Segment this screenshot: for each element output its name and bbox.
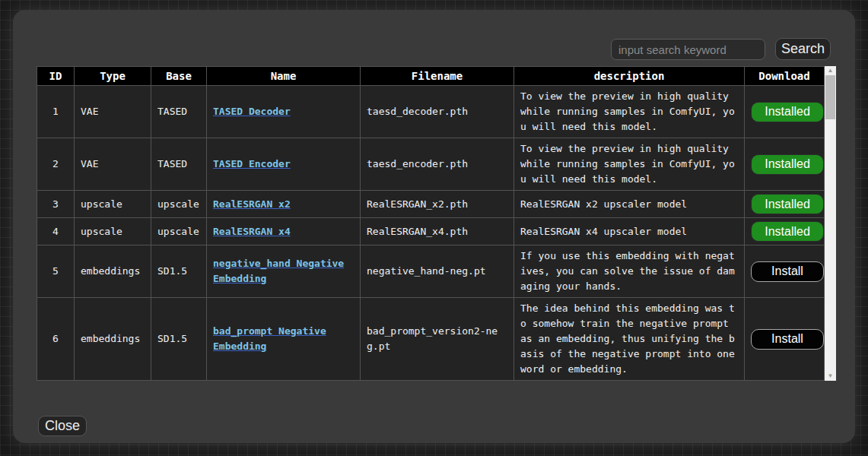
cell-base: upscale bbox=[151, 191, 207, 218]
scrollbar-thumb[interactable] bbox=[825, 75, 835, 119]
cell-download: Install bbox=[745, 245, 825, 298]
table-row: 5 embeddings SD1.5 negative_hand Negativ… bbox=[37, 245, 825, 298]
cell-download: Installed bbox=[745, 191, 825, 218]
cell-type: VAE bbox=[75, 86, 151, 138]
cell-filename: taesd_encoder.pth bbox=[361, 138, 514, 191]
cell-id: 3 bbox=[37, 191, 75, 218]
column-header-type: Type bbox=[75, 67, 151, 86]
cell-name: RealESRGAN x2 bbox=[207, 191, 361, 218]
cell-id: 6 bbox=[37, 298, 75, 381]
cell-download: Install bbox=[745, 298, 825, 381]
column-header-filename: Filename bbox=[361, 67, 514, 86]
cell-id: 5 bbox=[37, 245, 75, 298]
cell-download: Installed bbox=[745, 218, 825, 245]
table-header-row: ID Type Base Name Filename description D… bbox=[37, 67, 825, 86]
scroll-down-icon[interactable]: ▼ bbox=[825, 372, 836, 381]
table-row: 4 upscale upscale RealESRGAN x4 RealESRG… bbox=[37, 218, 825, 245]
table-row: 2 VAE TASED TASED Encoder taesd_encoder.… bbox=[37, 138, 825, 191]
cell-id: 2 bbox=[37, 138, 75, 191]
cell-name: TASED Encoder bbox=[207, 138, 361, 191]
cell-description: The idea behind this embedding was to so… bbox=[514, 298, 745, 381]
model-name-link[interactable]: RealESRGAN x2 bbox=[213, 198, 291, 210]
table-scrollbar[interactable]: ▲ ▼ bbox=[825, 66, 836, 381]
cell-type: VAE bbox=[75, 138, 151, 191]
cell-description: To view the preview in high quality whil… bbox=[514, 86, 745, 138]
cell-id: 1 bbox=[37, 86, 75, 138]
cell-id: 4 bbox=[37, 218, 75, 245]
column-header-base: Base bbox=[151, 67, 207, 86]
cell-base: SD1.5 bbox=[151, 245, 207, 298]
column-header-description: description bbox=[514, 67, 745, 86]
column-header-id: ID bbox=[37, 67, 75, 86]
cell-base: TASED bbox=[151, 138, 207, 191]
cell-filename: RealESRGAN_x2.pth bbox=[361, 191, 514, 218]
cell-name: bad_prompt Negative Embedding bbox=[207, 298, 361, 381]
column-header-download: Download bbox=[745, 67, 825, 86]
cell-filename: negative_hand-neg.pt bbox=[361, 245, 514, 298]
model-name-link[interactable]: TASED Encoder bbox=[213, 158, 291, 169]
cell-type: embeddings bbox=[75, 298, 151, 381]
cell-base: upscale bbox=[151, 218, 207, 245]
cell-filename: RealESRGAN_x4.pth bbox=[361, 218, 514, 245]
cell-description: To view the preview in high quality whil… bbox=[514, 138, 745, 191]
search-input[interactable] bbox=[611, 39, 765, 60]
models-table-container: ID Type Base Name Filename description D… bbox=[37, 66, 836, 381]
close-button[interactable]: Close bbox=[38, 416, 87, 436]
column-header-name: Name bbox=[207, 67, 361, 86]
table-row: 6 embeddings SD1.5 bad_prompt Negative E… bbox=[37, 298, 825, 381]
cell-name: negative_hand Negative Embedding bbox=[207, 245, 361, 298]
cell-base: TASED bbox=[151, 86, 207, 138]
install-button[interactable]: Install bbox=[751, 329, 824, 350]
scroll-up-icon[interactable]: ▲ bbox=[825, 66, 836, 75]
cell-download: Installed bbox=[745, 138, 825, 191]
cell-type: upscale bbox=[75, 218, 151, 245]
cell-name: RealESRGAN x4 bbox=[207, 218, 361, 245]
cell-type: upscale bbox=[75, 191, 151, 218]
cell-base: SD1.5 bbox=[151, 298, 207, 381]
cell-type: embeddings bbox=[75, 245, 151, 298]
table-row: 3 upscale upscale RealESRGAN x2 RealESRG… bbox=[37, 191, 825, 218]
table-row: 1 VAE TASED TASED Decoder taesd_decoder.… bbox=[37, 86, 825, 138]
cell-download: Installed bbox=[745, 86, 825, 138]
cell-description: RealESRGAN x2 upscaler model bbox=[514, 191, 745, 218]
cell-description: If you use this embedding with negatives… bbox=[514, 245, 745, 298]
cell-filename: bad_prompt_version2-neg.pt bbox=[361, 298, 514, 381]
model-name-link[interactable]: bad_prompt Negative Embedding bbox=[213, 325, 326, 352]
model-name-link[interactable]: TASED Decoder bbox=[213, 106, 291, 117]
model-name-link[interactable]: negative_hand Negative Embedding bbox=[213, 258, 344, 284]
search-button[interactable]: Search bbox=[775, 38, 831, 60]
cell-filename: taesd_decoder.pth bbox=[361, 86, 514, 138]
cell-name: TASED Decoder bbox=[207, 86, 361, 138]
model-name-link[interactable]: RealESRGAN x4 bbox=[213, 226, 291, 237]
models-table: ID Type Base Name Filename description D… bbox=[37, 66, 825, 381]
installed-button[interactable]: Installed bbox=[751, 102, 824, 122]
install-button[interactable]: Install bbox=[751, 261, 824, 282]
cell-description: RealESRGAN x4 upscaler model bbox=[514, 218, 745, 245]
installed-button[interactable]: Installed bbox=[751, 221, 824, 242]
installed-button[interactable]: Installed bbox=[751, 194, 824, 214]
model-install-dialog: Search ID Type Base Name Filename descri… bbox=[13, 10, 855, 443]
installed-button[interactable]: Installed bbox=[751, 154, 824, 175]
